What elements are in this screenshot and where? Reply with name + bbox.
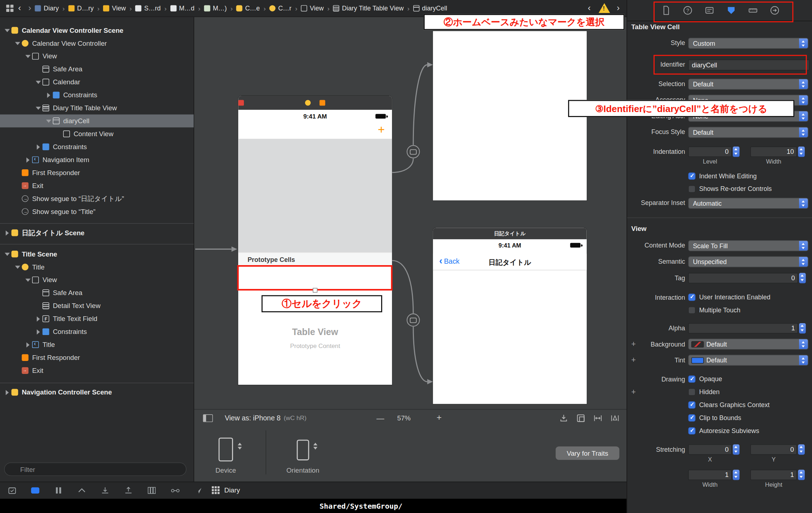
stepper-icon[interactable] <box>733 470 740 480</box>
outline-row[interactable]: Constraints <box>0 325 194 338</box>
add-variation-button[interactable]: + <box>631 387 636 396</box>
disclosure-triangle[interactable] <box>13 260 22 273</box>
outline-row[interactable]: Show segue to “Title” <box>0 205 194 218</box>
checkbox-shows-reorder[interactable]: Shows Re-order Controls <box>688 184 772 194</box>
checkbox[interactable] <box>688 173 695 180</box>
jumpbar-item[interactable]: C…r <box>269 5 291 12</box>
checkbox[interactable] <box>688 294 695 301</box>
disclosure-triangle[interactable] <box>13 37 22 50</box>
location-arrow-icon[interactable] <box>194 486 203 495</box>
background-select[interactable]: Default <box>688 339 808 349</box>
orientation-phone-icon[interactable] <box>297 440 309 460</box>
disclosure-triangle[interactable] <box>45 89 53 102</box>
content-mode-select[interactable]: Scale To Fill <box>688 240 808 251</box>
checkbox[interactable] <box>688 307 695 314</box>
disclosure-triangle[interactable] <box>45 115 53 128</box>
scene-title-bar[interactable]: 日記タイトル <box>433 228 587 240</box>
stretch-y-field[interactable]: 0 <box>750 444 797 455</box>
add-bar-button[interactable]: + <box>378 123 385 137</box>
checkbox[interactable] <box>688 388 695 396</box>
stretch-height-field[interactable]: 1 <box>750 470 797 480</box>
upload-tray-icon[interactable] <box>124 486 133 495</box>
device-phone-icon[interactable] <box>219 438 233 461</box>
indentation-level-field[interactable]: 0 <box>688 147 732 157</box>
stepper-icon[interactable] <box>798 444 805 455</box>
size-inspector-icon[interactable] <box>748 5 758 15</box>
disclosure-triangle[interactable] <box>3 226 12 239</box>
identifier-field[interactable]: diaryCell <box>688 59 809 70</box>
warning-icon[interactable]: ! <box>599 3 610 13</box>
stepper-icon[interactable] <box>799 273 806 284</box>
scheme-nodes-icon[interactable] <box>170 486 180 495</box>
jumpbar-item[interactable]: C…e <box>236 5 260 12</box>
connections-inspector-icon[interactable] <box>769 5 780 15</box>
resolve-autolayout-icon[interactable] <box>611 414 619 422</box>
tint-select[interactable]: Default <box>688 355 808 366</box>
stepper-icon[interactable] <box>798 470 805 480</box>
jumpbar-item[interactable]: S…rd <box>135 5 161 12</box>
project-indicator[interactable]: Diary <box>211 482 240 499</box>
checkbox-hidden[interactable]: Hidden <box>688 387 719 397</box>
disclosure-triangle[interactable] <box>34 102 43 115</box>
focus-style-select[interactable]: Default <box>688 127 808 138</box>
outline-row[interactable]: Safe Area <box>0 63 194 76</box>
identity-inspector-icon[interactable] <box>704 5 715 15</box>
update-frames-icon[interactable] <box>559 414 568 422</box>
first-responder-icon[interactable] <box>320 100 325 106</box>
navigation-bar[interactable]: ‹Back 日記タイトル <box>433 254 587 270</box>
checkbox[interactable] <box>688 427 695 434</box>
outline-row[interactable]: Title Texit Field <box>0 312 194 325</box>
orientation-stepper-icon[interactable] <box>313 443 318 450</box>
jumpbar-item[interactable]: M…d <box>170 5 194 12</box>
checkbox-indent-while-editing[interactable]: Indent While Editing <box>688 171 757 181</box>
disclosure-triangle[interactable] <box>24 50 32 63</box>
checkbox[interactable] <box>688 414 695 421</box>
disclosure-triangle[interactable] <box>34 76 43 89</box>
disclosure-triangle[interactable] <box>24 153 32 166</box>
back-button[interactable]: ‹ <box>18 0 21 16</box>
outline-row[interactable]: Title Scene <box>0 247 194 260</box>
checkbox-clip-to-bounds[interactable]: Clip to Bounds <box>688 413 741 423</box>
pin-constraints-icon[interactable] <box>593 414 602 422</box>
disclosure-triangle[interactable] <box>34 325 43 338</box>
disclosure-triangle[interactable] <box>34 140 43 153</box>
disclosure-triangle[interactable] <box>3 247 12 260</box>
outline-row[interactable]: 日記タイトル Scene <box>0 226 194 239</box>
columns-icon[interactable] <box>147 486 156 495</box>
stepper-icon[interactable] <box>733 444 740 455</box>
exit-icon[interactable] <box>238 100 244 106</box>
stepper-icon[interactable] <box>733 147 740 157</box>
outline-row[interactable]: Content View <box>0 128 194 140</box>
outline-row[interactable]: First Responder <box>0 166 194 179</box>
disclosure-triangle[interactable] <box>24 273 32 286</box>
outline-toggle-icon[interactable] <box>203 414 213 422</box>
outline-row[interactable]: Constraints <box>0 140 194 153</box>
outline-row[interactable]: First Responder <box>0 351 194 364</box>
disclosure-triangle[interactable] <box>34 312 43 325</box>
stretch-x-field[interactable]: 0 <box>688 444 732 455</box>
diary-title-view-controller-canvas[interactable]: 日記タイトル 9:41 AM ‹Back 日記タイトル <box>433 228 587 404</box>
outline-row[interactable]: Title <box>0 260 194 273</box>
jumpbar-item[interactable]: D…ry <box>68 5 94 12</box>
vary-for-traits-button[interactable]: Vary for Traits <box>556 446 619 460</box>
checkbox-user-interaction[interactable]: User Interaction Enabled <box>688 293 770 302</box>
calendar-view[interactable] <box>238 139 392 252</box>
stepper-icon[interactable] <box>799 323 806 334</box>
file-inspector-icon[interactable] <box>661 5 671 15</box>
standard-editor-icon[interactable] <box>7 486 17 495</box>
prototype-cell[interactable] <box>238 266 392 291</box>
checkbox[interactable] <box>688 401 695 409</box>
checkbox[interactable] <box>688 375 695 383</box>
checkbox[interactable] <box>688 186 695 193</box>
zoom-in-button[interactable]: + <box>437 413 442 423</box>
jumpbar-item[interactable]: Diary Title Table View <box>333 5 404 12</box>
outline-row[interactable]: Calendar View Controller Scene <box>0 24 194 37</box>
indentation-width-field[interactable]: 10 <box>750 147 797 157</box>
stretch-width-field[interactable]: 1 <box>688 470 732 480</box>
outline-row[interactable]: Exit <box>0 364 194 377</box>
filter-input[interactable] <box>4 463 187 476</box>
outline-row[interactable]: Show segue to “日記タイトル” <box>0 192 194 205</box>
outline-row[interactable]: View <box>0 273 194 286</box>
jumpbar-item[interactable]: View <box>103 5 126 12</box>
checkbox-multiple-touch[interactable]: Multiple Touch <box>688 305 740 315</box>
